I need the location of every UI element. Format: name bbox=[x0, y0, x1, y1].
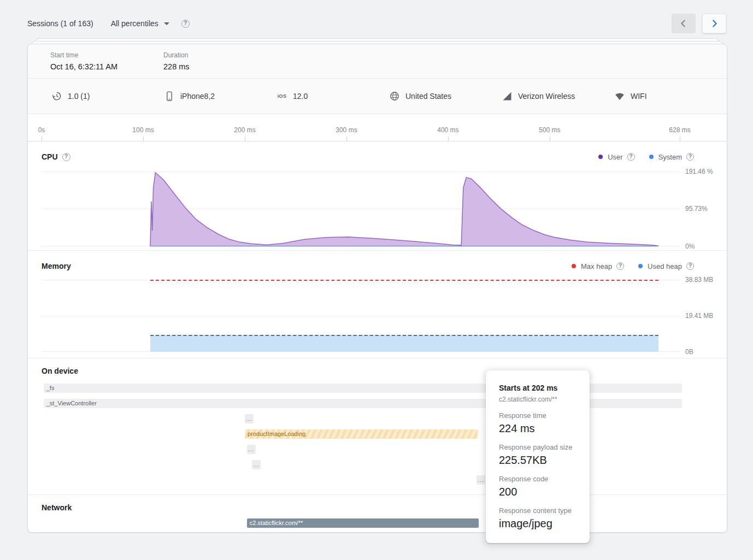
timeline-tick-label: 0s bbox=[38, 126, 45, 134]
timeline-tick-label: 200 ms bbox=[234, 126, 255, 134]
highlight-bar[interactable]: productImageLoading bbox=[245, 429, 478, 439]
legend-label: Max heap bbox=[581, 262, 612, 270]
tooltip-field-label: Response time bbox=[499, 411, 576, 420]
timeline-ruler: 0s100 ms200 ms300 ms400 ms500 ms628 ms bbox=[42, 114, 680, 141]
network-bar[interactable]: c2.staticflickr.com/** bbox=[247, 518, 479, 528]
legend-item: Max heap? bbox=[572, 262, 624, 270]
session-attribute: Verizon Wireless bbox=[502, 91, 614, 102]
session-attribute-value: 12.0 bbox=[293, 92, 308, 101]
session-attribute: iPhone8,2 bbox=[164, 91, 277, 102]
timeline-ruler-section: 0s100 ms200 ms300 ms400 ms500 ms628 ms bbox=[28, 114, 727, 142]
cpu-chart[interactable] bbox=[42, 170, 680, 246]
timeline-tick-mark bbox=[42, 137, 42, 141]
cpu-section-header: CPU ? User?System? bbox=[28, 142, 727, 166]
chevron-down-icon bbox=[164, 22, 169, 25]
sessions-count-label: Sessions (1 of 163) bbox=[27, 19, 93, 28]
y-axis-label: 19.41 MB bbox=[685, 312, 717, 321]
tooltip-field-value: 224 ms bbox=[499, 422, 576, 435]
session-attribute: WIFI bbox=[614, 91, 727, 102]
timeline-tick-mark bbox=[245, 137, 245, 141]
legend-dot-icon bbox=[638, 264, 643, 268]
bar-label: _fs bbox=[44, 385, 55, 391]
help-icon[interactable]: ? bbox=[616, 262, 624, 270]
duration-label: Duration bbox=[163, 51, 277, 59]
cpu-section-title: CPU bbox=[42, 152, 58, 161]
tooltip-field-label: Response payload size bbox=[499, 443, 576, 451]
bar-label: _st_ViewController bbox=[44, 400, 97, 406]
legend-item: Used heap? bbox=[638, 262, 694, 270]
timeline-tick-label: 628 ms bbox=[669, 126, 690, 134]
max-heap-line[interactable] bbox=[150, 280, 658, 281]
y-axis-label: 0% bbox=[685, 243, 717, 251]
timeline-tick-label: 300 ms bbox=[336, 126, 357, 134]
legend-dot-icon bbox=[649, 155, 654, 159]
y-axis-label: 191.46 % bbox=[685, 168, 717, 176]
session-attribute-value: United States bbox=[405, 92, 451, 101]
request-tooltip: Starts at 202 ms c2.staticflickr.com/** … bbox=[486, 370, 590, 543]
legend-dot-icon bbox=[572, 264, 576, 268]
toolbar: Sessions (1 of 163) All percentiles ? bbox=[0, 14, 753, 33]
duration-value: 228 ms bbox=[163, 62, 277, 71]
chevron-left-icon bbox=[678, 17, 690, 30]
start-time-label: Start time bbox=[50, 51, 163, 59]
os-icon: iOS bbox=[277, 91, 287, 102]
bar-label: ... bbox=[478, 477, 484, 483]
session-attribute: United States bbox=[389, 91, 502, 102]
gridline bbox=[42, 316, 680, 316]
legend-label: System bbox=[658, 153, 682, 161]
percentiles-dropdown-label: All percentiles bbox=[111, 19, 158, 28]
legend-item: User? bbox=[598, 153, 634, 161]
previous-session-button[interactable] bbox=[672, 14, 696, 33]
cpu-area-chart bbox=[42, 170, 680, 246]
percentiles-dropdown[interactable]: All percentiles bbox=[111, 19, 169, 28]
session-summary: Start time Oct 16, 6:32:11 AM Duration 2… bbox=[28, 44, 727, 79]
collapsed-bar[interactable]: ... bbox=[247, 445, 256, 454]
collapsed-bar[interactable]: ... bbox=[252, 460, 261, 469]
radio-icon bbox=[614, 91, 625, 102]
help-icon[interactable]: ? bbox=[686, 262, 694, 270]
memory-section-header: Memory Max heap?Used heap? bbox=[28, 251, 727, 275]
start-time-value: Oct 16, 6:32:11 AM bbox=[50, 62, 163, 71]
session-attribute-value: WIFI bbox=[631, 92, 647, 101]
legend-label: User bbox=[608, 153, 622, 161]
cpu-legend: User?System? bbox=[598, 153, 694, 161]
tooltip-title: Starts at 202 ms bbox=[499, 384, 576, 392]
timeline-tick-label: 500 ms bbox=[539, 126, 560, 134]
tooltip-field-value: image/jpeg bbox=[499, 517, 576, 530]
help-icon[interactable]: ? bbox=[62, 153, 70, 161]
cpu-section: CPU ? User?System? 191.46 %95.73%0% bbox=[28, 142, 727, 251]
timeline-tick-mark bbox=[448, 137, 449, 141]
used-heap-band[interactable] bbox=[150, 335, 658, 352]
session-pagination bbox=[672, 14, 726, 33]
bar-label: productImageLoading bbox=[245, 431, 305, 437]
memory-chart[interactable] bbox=[42, 273, 680, 352]
legend-item: System? bbox=[649, 153, 694, 161]
tooltip-field-value: 200 bbox=[499, 485, 576, 498]
tooltip-field-label: Response code bbox=[499, 475, 576, 483]
tooltip-field-label: Response content type bbox=[499, 506, 576, 515]
tooltip-subtitle: c2.staticflickr.com/** bbox=[499, 396, 576, 403]
session-attribute: 1.0 (1) bbox=[51, 91, 164, 102]
network-section: Network c2.staticflickr.com/** bbox=[28, 495, 727, 533]
legend-dot-icon bbox=[598, 155, 603, 159]
help-icon[interactable]: ? bbox=[627, 153, 635, 161]
collapsed-bar[interactable]: ... bbox=[245, 414, 254, 423]
memory-section: Memory Max heap?Used heap? 38.83 MB19.41… bbox=[28, 251, 727, 358]
help-icon[interactable]: ? bbox=[181, 20, 190, 28]
bar-label: ... bbox=[246, 416, 252, 422]
collapsed-bar[interactable]: ... bbox=[476, 475, 485, 485]
on-device-section-header: On device bbox=[28, 358, 727, 376]
bar-label: c2.staticflickr.com/** bbox=[247, 520, 303, 526]
tooltip-field-value: 225.57KB bbox=[499, 453, 576, 467]
timeline-tick-label: 100 ms bbox=[132, 126, 154, 134]
bar-label: ... bbox=[248, 446, 254, 452]
network-section-title: Network bbox=[42, 503, 72, 512]
y-axis-label: 0B bbox=[685, 348, 717, 357]
timeline-tick-label: 400 ms bbox=[437, 126, 458, 134]
session-attributes: 1.0 (1)iPhone8,2iOS12.0United StatesVeri… bbox=[28, 79, 727, 114]
network-section-header: Network bbox=[28, 495, 727, 512]
device-icon bbox=[164, 91, 175, 102]
help-icon[interactable]: ? bbox=[686, 153, 694, 161]
next-session-button[interactable] bbox=[702, 14, 726, 33]
cpu-y-axis: 191.46 %95.73%0% bbox=[685, 170, 717, 246]
